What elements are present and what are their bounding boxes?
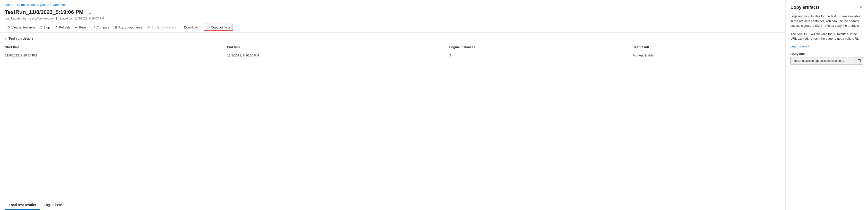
stop-icon: □ — [40, 25, 42, 29]
stop-button[interactable]: □ Stop — [38, 24, 52, 30]
compare-icon: ⇄ — [92, 25, 95, 29]
cell-test-result: Not Applicable — [633, 51, 780, 60]
view-all-test-runs-button[interactable]: ↻ View all test runs — [5, 24, 38, 30]
breadcrumb: Home › DemoResource | Tests › Demo test … — [0, 0, 785, 8]
tab-engine-health[interactable]: Engine health — [40, 201, 68, 210]
cell-start-time: 11/8/2023, 9:20:30 PM — [5, 51, 227, 60]
panel-close-button[interactable]: ✕ — [858, 5, 863, 10]
copy-link-icon: ❐ — [858, 59, 861, 63]
col-end-time: End time — [227, 43, 449, 51]
page-subtitle: Last Updated by : user1@contoso.com | In… — [0, 16, 785, 22]
copy-link-label: Copy link — [790, 52, 863, 56]
page-title-more-button[interactable]: ... — [86, 9, 93, 15]
page-title: TestRun_11/8/2023_9:19:06 PM — [5, 9, 84, 15]
copy-link-row: ❐ — [790, 57, 863, 64]
rerun-icon: ↩ — [75, 25, 78, 29]
download-group: ↓ Download ▾ — [179, 24, 204, 30]
col-start-time: Start time — [5, 43, 227, 51]
learn-more-link[interactable]: Learn more ↗ — [790, 45, 863, 48]
download-icon: ↓ — [181, 25, 183, 29]
panel-header: Copy artifacts ✕ — [790, 5, 863, 10]
col-engine-instances: Engine instances — [449, 43, 633, 51]
breadcrumb-home[interactable]: Home — [5, 3, 13, 6]
panel-title: Copy artifacts — [790, 5, 819, 10]
copy-link-input[interactable] — [791, 58, 856, 64]
download-dropdown-button[interactable]: ▾ — [200, 25, 204, 30]
view-all-icon: ↻ — [7, 25, 10, 29]
tabs: Load test results Engine health — [5, 201, 780, 210]
copy-link-button[interactable]: ❐ — [856, 57, 863, 64]
refresh-icon: ↺ — [55, 25, 58, 29]
section-chevron: ∧ — [5, 37, 6, 40]
tabs-area: Load test results Engine health — [0, 201, 785, 210]
breadcrumb-sep-2: › — [51, 3, 52, 6]
col-test-result: Test result — [633, 43, 780, 51]
breadcrumb-sep-3: › — [69, 3, 70, 6]
configure-metrics-icon: ⚙ — [147, 25, 150, 29]
compare-button[interactable]: ⇄ Compare — [90, 24, 112, 30]
panel-description-1: Logs and results files for the test run … — [790, 14, 863, 28]
copy-artifacts-icon: ❐ — [207, 25, 210, 29]
rerun-button[interactable]: ↩ Rerun — [72, 24, 90, 30]
test-run-details-header[interactable]: ∧ Test run details — [5, 36, 780, 41]
app-components-button[interactable]: ⊞ App components — [112, 24, 145, 30]
content-area: ∧ Test run details Start time End time E… — [0, 33, 785, 200]
cell-end-time: 11/8/2023, 9:20:36 PM — [227, 51, 449, 60]
panel-description-2: The SAS URL will be valid for 60 minutes… — [790, 32, 863, 41]
download-button[interactable]: ↓ Download — [179, 24, 200, 30]
toolbar: ↻ View all test runs □ Stop ↺ Refresh ↩ … — [0, 22, 785, 33]
table-row: 11/8/2023, 9:20:30 PM 11/8/2023, 9:20:36… — [5, 51, 780, 60]
app-components-icon: ⊞ — [115, 25, 117, 29]
refresh-button[interactable]: ↺ Refresh — [52, 24, 72, 30]
breadcrumb-demo-resource[interactable]: DemoResource | Tests — [17, 3, 49, 6]
configure-metrics-button[interactable]: ⚙ Configure metrics — [145, 24, 179, 30]
breadcrumb-demo-test[interactable]: Demo test — [53, 3, 67, 6]
right-panel: Copy artifacts ✕ Logs and results files … — [785, 0, 868, 210]
tab-load-test-results[interactable]: Load test results — [5, 201, 40, 210]
external-link-icon: ↗ — [807, 45, 810, 48]
copy-artifacts-button[interactable]: ❐ Copy artifacts — [204, 24, 233, 31]
cell-engine-instances: 3 — [449, 51, 633, 60]
page-title-area: TestRun_11/8/2023_9:19:06 PM ... — [0, 8, 785, 16]
details-table: Start time End time Engine instances Tes… — [5, 43, 780, 60]
breadcrumb-sep-1: › — [15, 3, 16, 6]
